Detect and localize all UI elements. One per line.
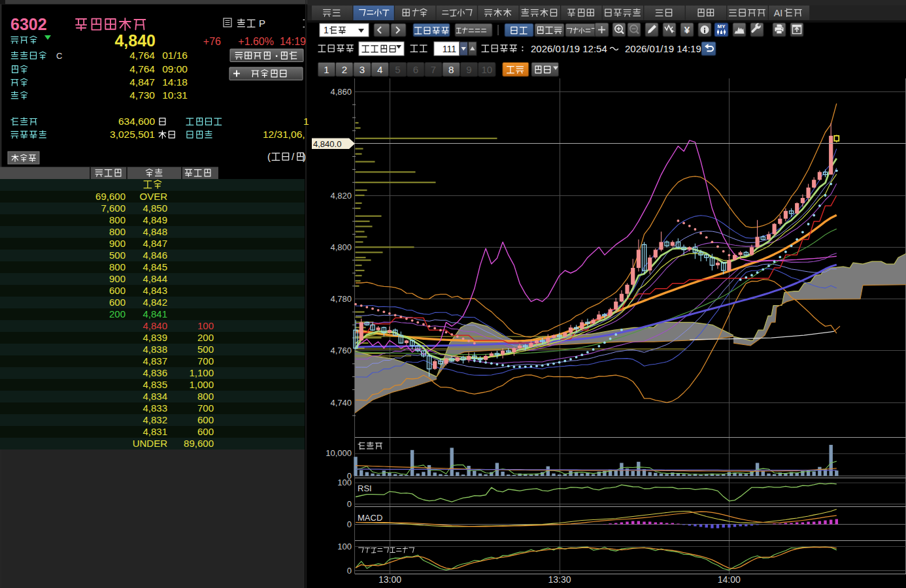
svg-text:4,850: 4,850	[143, 203, 167, 214]
svg-text:4,842: 4,842	[143, 297, 167, 308]
svg-text:69,600: 69,600	[95, 191, 126, 202]
svg-text:111: 111	[443, 44, 456, 54]
svg-text:0: 0	[347, 566, 352, 576]
svg-text:7: 7	[431, 64, 436, 75]
svg-text:4,839: 4,839	[143, 332, 167, 343]
svg-text:200: 200	[197, 332, 214, 343]
svg-text:6: 6	[413, 64, 418, 75]
svg-text:4: 4	[377, 64, 382, 75]
svg-text:14:00: 14:00	[718, 574, 741, 585]
svg-text:100: 100	[197, 320, 214, 331]
svg-text:2026/01/19 12:54: 2026/01/19 12:54	[531, 43, 607, 54]
svg-text:13:30: 13:30	[548, 574, 571, 585]
svg-text:4,840.0: 4,840.0	[313, 139, 341, 149]
svg-text:600: 600	[109, 297, 126, 308]
svg-text:+1.60%: +1.60%	[238, 36, 274, 47]
svg-text:4,764: 4,764	[129, 63, 155, 74]
svg-text:700: 700	[197, 402, 214, 414]
svg-text:13:00: 13:00	[378, 574, 401, 585]
svg-text:14:18: 14:18	[162, 76, 188, 88]
svg-text:4,843: 4,843	[143, 285, 167, 296]
svg-text:800: 800	[109, 214, 126, 225]
svg-text:4,847: 4,847	[129, 76, 155, 88]
svg-text:4,837: 4,837	[143, 355, 167, 367]
svg-text:100: 100	[337, 478, 352, 487]
svg-text:1: 1	[303, 116, 309, 127]
svg-text:4,844: 4,844	[143, 273, 167, 284]
svg-text:C: C	[56, 51, 62, 61]
svg-text:4,845: 4,845	[143, 261, 167, 272]
svg-text:4,847: 4,847	[143, 238, 167, 249]
svg-text:800: 800	[109, 226, 126, 237]
svg-text:4,849: 4,849	[143, 214, 167, 225]
svg-text:500: 500	[109, 250, 126, 261]
svg-text:600: 600	[109, 285, 126, 296]
svg-text:4,730: 4,730	[129, 90, 155, 101]
svg-text:(: (	[267, 151, 271, 162]
svg-text:4,760: 4,760	[330, 346, 352, 355]
svg-text:89,600: 89,600	[184, 438, 214, 449]
svg-text:4,846: 4,846	[143, 250, 167, 261]
svg-text:4,764: 4,764	[129, 50, 155, 61]
svg-text:700: 700	[197, 355, 214, 367]
svg-text:600: 600	[197, 414, 214, 425]
svg-text:900: 900	[109, 238, 126, 249]
svg-text:800: 800	[109, 261, 126, 272]
svg-text:2026/01/19 14:19: 2026/01/19 14:19	[625, 43, 701, 54]
svg-text:1,100: 1,100	[189, 367, 214, 378]
svg-text:4,833: 4,833	[143, 402, 167, 414]
svg-text:200: 200	[109, 308, 126, 319]
svg-text:MACD: MACD	[358, 513, 382, 523]
svg-text:1: 1	[324, 25, 329, 35]
svg-text:100: 100	[337, 542, 352, 551]
svg-text:4,836: 4,836	[143, 367, 167, 378]
svg-text:4,800: 4,800	[330, 242, 352, 252]
svg-text:OVER: OVER	[139, 191, 167, 202]
svg-text:6302: 6302	[10, 15, 47, 33]
svg-text:2: 2	[342, 64, 347, 75]
svg-text:12/31,06,: 12/31,06,	[263, 129, 305, 140]
svg-text:¥: ¥	[684, 24, 690, 35]
svg-text:4,780: 4,780	[330, 294, 352, 304]
svg-text:3: 3	[360, 64, 365, 75]
svg-text:634,600: 634,600	[118, 116, 155, 127]
svg-text:0: 0	[347, 519, 352, 529]
svg-text:P: P	[259, 18, 265, 29]
svg-text:4,848: 4,848	[143, 226, 167, 237]
svg-text:AI: AI	[774, 8, 783, 18]
svg-text:4,840: 4,840	[143, 320, 167, 331]
svg-text:4,860: 4,860	[330, 87, 352, 97]
svg-text:09:00: 09:00	[162, 63, 188, 74]
svg-text:4,835: 4,835	[143, 379, 167, 390]
svg-text:4,740: 4,740	[330, 398, 352, 408]
svg-text:8: 8	[448, 64, 454, 75]
svg-text:RSI: RSI	[358, 483, 372, 493]
svg-text:+76: +76	[203, 36, 221, 47]
svg-text:600: 600	[197, 426, 214, 437]
svg-text:5: 5	[395, 64, 400, 75]
svg-text:4,831: 4,831	[143, 426, 167, 437]
svg-text:10,000: 10,000	[326, 448, 352, 458]
svg-text:1: 1	[324, 64, 329, 75]
svg-text:4,840: 4,840	[114, 31, 156, 50]
svg-text:4,834: 4,834	[143, 391, 167, 402]
svg-text:1,000: 1,000	[189, 379, 214, 390]
svg-text:01/16: 01/16	[162, 50, 188, 61]
svg-text:4,820: 4,820	[330, 191, 352, 201]
svg-text:): )	[303, 151, 306, 162]
svg-text:4,832: 4,832	[143, 414, 167, 425]
svg-text:10:31: 10:31	[162, 90, 188, 101]
svg-text:800: 800	[197, 391, 214, 402]
svg-text:500: 500	[197, 344, 214, 355]
svg-text:3,025,501: 3,025,501	[110, 129, 155, 140]
svg-text:MY: MY	[718, 24, 726, 29]
svg-text:4,838: 4,838	[143, 344, 167, 355]
svg-text:UNDER: UNDER	[133, 438, 168, 449]
svg-text:900: 900	[109, 273, 126, 284]
svg-text:14:19: 14:19	[280, 36, 306, 47]
svg-text:7,600: 7,600	[101, 203, 126, 214]
svg-text:9: 9	[466, 64, 471, 75]
svg-text:4,841: 4,841	[143, 308, 167, 319]
svg-text:10: 10	[481, 64, 492, 75]
svg-text:0: 0	[347, 499, 352, 509]
